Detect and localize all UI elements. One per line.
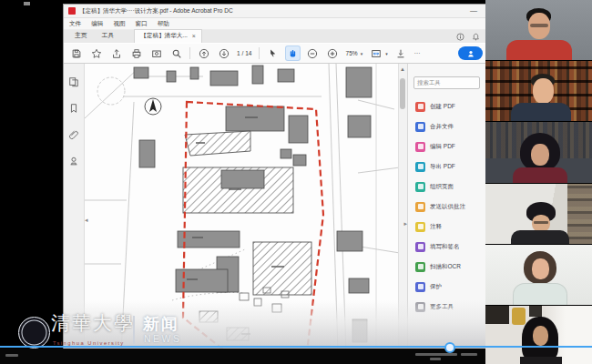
pdf-app-window: 【定稿】清华大学····设计方案.pdf - Adobe Acrobat Pro… <box>64 5 485 349</box>
video-progress-handle[interactable] <box>444 342 455 353</box>
document-tab-label: 【定稿】清华大... <box>140 32 188 40</box>
chevron-down-icon[interactable]: ▾ <box>361 51 363 56</box>
star-button[interactable] <box>89 46 103 60</box>
minimize-button[interactable]: — <box>466 6 481 15</box>
page-display-button[interactable] <box>394 46 408 60</box>
tool-organize-pages[interactable]: 组织页面 <box>408 177 485 197</box>
tool-edit-pdf[interactable]: 编辑 PDF <box>408 136 485 157</box>
attachments-icon[interactable] <box>68 129 79 140</box>
close-tab-icon[interactable]: × <box>192 33 196 39</box>
protect-shield-icon <box>415 282 425 292</box>
tool-fill-sign[interactable]: 填写和签名 <box>408 237 485 257</box>
page-thumbnails-icon[interactable] <box>68 76 79 87</box>
participant-video-1[interactable] <box>485 0 592 61</box>
tab-home[interactable]: 主页 <box>67 29 95 43</box>
comment-icon <box>415 222 425 232</box>
watermark-divider <box>133 316 135 344</box>
video-progress-bar[interactable] <box>0 346 592 348</box>
zoom-level-value[interactable]: 75% <box>346 50 358 56</box>
search-tools-input[interactable]: 搜索工具 <box>413 76 480 89</box>
print-button[interactable] <box>129 46 143 60</box>
more-tools-button[interactable]: ··· <box>414 50 421 56</box>
menu-help[interactable]: 帮助 <box>158 20 169 28</box>
acrobat-app-icon <box>68 7 76 15</box>
select-tool-button[interactable] <box>266 46 280 60</box>
scroll-up-arrow[interactable]: ▲ <box>400 66 405 72</box>
export-pdf-icon <box>415 162 425 172</box>
sign-in-button[interactable] <box>458 46 483 60</box>
zoom-out-button[interactable] <box>306 46 320 60</box>
hand-tool-button[interactable] <box>286 46 300 60</box>
tool-export-pdf[interactable]: 导出 PDF <box>408 157 485 177</box>
player-cursor-mark <box>24 2 30 5</box>
tool-protect[interactable]: 保护 <box>408 277 485 297</box>
next-page-button[interactable] <box>217 46 230 60</box>
expand-panel-handle[interactable]: ▸ <box>403 220 407 228</box>
participant-video-4[interactable] <box>485 184 592 245</box>
news-label-en: NEWS <box>144 333 182 344</box>
caption-blur <box>5 354 18 357</box>
create-pdf-icon <box>415 102 425 112</box>
tool-create-pdf[interactable]: 创建 PDF <box>408 96 485 116</box>
info-icon[interactable] <box>456 33 464 41</box>
menu-view[interactable]: 视图 <box>113 20 125 28</box>
save-button[interactable] <box>69 46 83 60</box>
tsinghua-seal-logo <box>18 317 50 349</box>
scrollbar-thumb[interactable] <box>400 78 405 109</box>
tool-comment[interactable]: 注释 <box>408 217 485 237</box>
menu-edit[interactable]: 编辑 <box>91 20 103 28</box>
window-title: 【定稿】清华大学····设计方案.pdf - Adobe Acrobat Pro… <box>79 7 463 15</box>
tab-document[interactable]: 【定稿】清华大... × <box>134 29 202 43</box>
tab-row: 主页 工具 【定稿】清华大... × <box>64 30 485 43</box>
page-indicator[interactable]: 1 / 14 <box>237 50 252 56</box>
caption-blur <box>430 358 441 360</box>
main-toolbar: 1 / 14 75% ▾ ▾ ··· <box>64 43 485 64</box>
bookmarks-icon[interactable] <box>68 103 79 114</box>
caption-blur <box>415 353 457 356</box>
fit-width-button[interactable] <box>369 46 383 60</box>
tool-combine-files[interactable]: 合并文件 <box>408 116 485 136</box>
participant-video-5[interactable] <box>485 245 592 306</box>
previous-page-button[interactable] <box>197 46 210 60</box>
participant-video-6[interactable] <box>485 306 592 364</box>
participant-video-column <box>485 0 592 364</box>
menu-bar: 文件 编辑 视图 窗口 帮助 <box>64 18 485 30</box>
university-name-cn: 清華大學 <box>51 310 135 336</box>
combine-files-icon <box>415 122 425 132</box>
search-icon[interactable] <box>169 46 183 60</box>
menu-window[interactable]: 窗口 <box>136 20 148 28</box>
caption-blur <box>461 353 477 356</box>
jar <box>512 308 526 325</box>
video-frame: 【定稿】清华大学····设计方案.pdf - Adobe Acrobat Pro… <box>0 0 592 364</box>
search-tools-placeholder: 搜索工具 <box>417 79 441 87</box>
fill-sign-icon <box>415 242 425 252</box>
participant-video-3[interactable] <box>485 122 592 183</box>
collapse-nav-handle[interactable]: ◂ <box>85 217 88 224</box>
glasses <box>530 24 548 27</box>
person-icon <box>466 49 475 58</box>
bell-icon[interactable] <box>472 33 480 41</box>
glasses <box>534 221 548 224</box>
share-button[interactable] <box>109 46 123 60</box>
tab-tools[interactable]: 工具 <box>95 29 122 43</box>
chevron-down-icon[interactable]: ▾ <box>385 51 388 56</box>
tool-scan-ocr[interactable]: 扫描和OCR <box>408 257 485 277</box>
broadcaster-watermark: 清華大學 Tsinghua University 新闻 NEWS <box>0 308 383 355</box>
organize-pages-icon <box>415 182 425 192</box>
tool-send-for-comments[interactable]: 发送以供批注 <box>408 197 485 217</box>
participant-video-2[interactable] <box>485 61 592 122</box>
menu-file[interactable]: 文件 <box>69 20 81 28</box>
stamp-icon[interactable] <box>68 156 79 167</box>
edit-pdf-icon <box>415 142 425 152</box>
scan-ocr-icon <box>415 262 425 272</box>
send-for-comments-icon <box>415 202 425 212</box>
title-bar: 【定稿】清华大学····设计方案.pdf - Adobe Acrobat Pro… <box>64 5 485 18</box>
news-label-cn: 新闻 <box>143 313 179 335</box>
snapshot-button[interactable] <box>149 46 163 60</box>
zoom-in-button[interactable] <box>326 46 340 60</box>
